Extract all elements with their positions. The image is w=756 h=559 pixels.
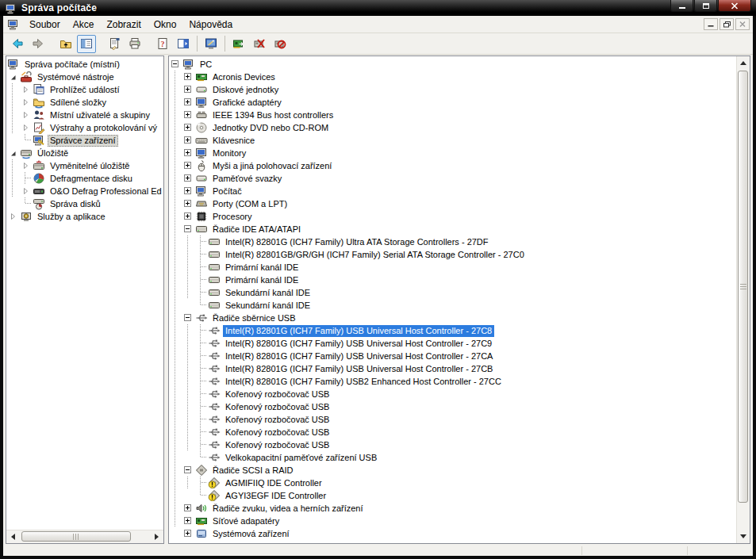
menu-item-okno[interactable]: Okno <box>148 17 183 33</box>
horizontal-scrollbar[interactable] <box>6 530 163 543</box>
console-tree-item[interactable]: Sdílené složky <box>6 96 163 109</box>
console-tree-item[interactable]: Defragmentace disku <box>6 172 163 185</box>
device-tree-item[interactable]: Myši a jiná polohovací zařízení <box>169 159 736 172</box>
device-tree-item[interactable]: Řadiče IDE ATA/ATAPI <box>169 223 736 235</box>
console-tree-item[interactable]: Správa disků <box>6 197 163 210</box>
device-tree-item[interactable]: Acronis Devices <box>169 71 736 83</box>
device-tree-item[interactable]: Primární kanál IDE <box>169 274 736 286</box>
expand-icon[interactable] <box>182 527 194 540</box>
device-tree-item[interactable]: Diskové jednotky <box>169 83 736 96</box>
scroll-down-button[interactable] <box>737 530 750 543</box>
device-tree-item[interactable]: Intel(R) 82801GB/GR/GH (ICH7 Family) Ser… <box>169 248 736 261</box>
console-tree-item[interactable]: Správa počítače (místní) <box>6 58 163 71</box>
expand-icon[interactable] <box>182 147 194 159</box>
device-tree-item[interactable]: Monitory <box>169 147 736 159</box>
device-tree-item[interactable]: IEEE 1394 Bus host controllers <box>169 109 736 121</box>
device-tree-item[interactable]: Intel(R) 82801G (ICH7 Family) USB Univer… <box>169 324 736 337</box>
collapse-icon[interactable] <box>182 312 194 324</box>
minimize-button[interactable] <box>670 0 693 12</box>
device-tree-item[interactable]: Intel(R) 82801G (ICH7 Family) USB Univer… <box>169 337 736 350</box>
console-tree-item[interactable]: Služby a aplikace <box>6 210 163 223</box>
scroll-right-button[interactable] <box>150 530 163 543</box>
device-tree-item[interactable]: Kořenový rozbočovač USB <box>169 400 736 413</box>
console-tree-item[interactable]: Systémové nástroje <box>6 71 163 83</box>
expand-icon[interactable] <box>182 197 194 210</box>
device-tree-item[interactable]: Kořenový rozbočovač USB <box>169 388 736 400</box>
expand-icon[interactable] <box>182 515 194 527</box>
expand-icon[interactable] <box>182 71 194 83</box>
expand-icon[interactable] <box>19 96 32 109</box>
device-tree-item[interactable]: Intel(R) 82801G (ICH7 Family) USB2 Enhan… <box>169 375 736 388</box>
update-driver-button[interactable] <box>229 35 248 53</box>
device-tree-item[interactable]: Síťové adapatéry <box>169 515 736 527</box>
device-tree-item[interactable]: Počítač <box>169 185 736 197</box>
device-tree-item[interactable]: Velkokapacitní paměťové zařízení USB <box>169 451 736 464</box>
console-tree-item[interactable]: Správce zařízení <box>6 134 163 147</box>
expand-icon[interactable] <box>19 83 32 96</box>
expand-icon[interactable] <box>182 502 194 515</box>
expand-icon[interactable] <box>182 172 194 185</box>
device-tree-item[interactable]: PC <box>169 58 736 71</box>
maximize-button[interactable] <box>694 0 717 12</box>
up-one-level-button[interactable] <box>56 35 75 53</box>
console-tree-item[interactable]: Vyměnitelné úložiště <box>6 159 163 172</box>
device-tree-item[interactable]: Sekundární kanál IDE <box>169 286 736 299</box>
menu-item-soubor[interactable]: Soubor <box>23 17 67 33</box>
titlebar[interactable]: Správa počítače <box>0 0 756 16</box>
expand-icon[interactable] <box>182 134 194 147</box>
scroll-left-button[interactable] <box>6 530 20 543</box>
device-tree-item[interactable]: Sekundární kanál IDE <box>169 299 736 312</box>
computer-management-button[interactable] <box>201 35 221 53</box>
device-tree-item[interactable]: Jednotky DVD nebo CD-ROM <box>169 121 736 134</box>
show-console-tree-button[interactable] <box>77 35 96 53</box>
collapse-icon[interactable] <box>6 147 19 159</box>
device-tree-item[interactable]: AGMIFIIQ IDE Controller <box>169 477 736 489</box>
vscroll-thumb[interactable] <box>738 71 748 503</box>
expand-icon[interactable] <box>19 185 32 197</box>
device-tree-item[interactable]: Klávesnice <box>169 134 736 147</box>
scroll-up-button[interactable] <box>737 56 750 70</box>
device-tree-item[interactable]: Řadiče zvuku, videa a herních zařízení <box>169 502 736 515</box>
vertical-scrollbar[interactable] <box>736 56 750 543</box>
properties-button[interactable] <box>105 35 124 53</box>
collapse-icon[interactable] <box>182 223 194 235</box>
forward-button[interactable] <box>29 35 48 53</box>
collapse-icon[interactable] <box>182 464 194 477</box>
device-tree-item[interactable]: Procesory <box>169 210 736 223</box>
hscroll-track[interactable] <box>20 530 150 543</box>
device-tree-item[interactable]: Kořenový rozbočovač USB <box>169 438 736 451</box>
child-close-button[interactable] <box>735 18 750 30</box>
menu-item-akce[interactable]: Akce <box>67 17 101 33</box>
expand-icon[interactable] <box>6 210 19 223</box>
back-button[interactable] <box>8 35 27 53</box>
device-tree-item[interactable]: AGYI3EGF IDE Controller <box>169 489 736 502</box>
device-tree-item[interactable]: Primární kanál IDE <box>169 261 736 274</box>
device-tree-item[interactable]: Porty (COM a LPT) <box>169 197 736 210</box>
device-tree-item[interactable]: Intel(R) 82801G (ICH7 Family) Ultra ATA … <box>169 235 736 248</box>
device-tree-item[interactable]: Systémová zařízení <box>169 527 736 540</box>
close-button[interactable] <box>718 0 751 12</box>
expand-icon[interactable] <box>182 210 194 223</box>
expand-icon[interactable] <box>182 185 194 197</box>
device-tree-item[interactable]: Kořenový rozbočovač USB <box>169 413 736 426</box>
expand-icon[interactable] <box>19 121 32 134</box>
console-tree-item[interactable]: Úložiště <box>6 147 163 159</box>
menu-item-zobrazit[interactable]: Zobrazit <box>100 17 147 33</box>
uninstall-device-button[interactable] <box>271 35 290 53</box>
device-tree-item[interactable]: Kořenový rozbočovač USB <box>169 426 736 438</box>
device-tree-item[interactable]: Paměťové svazky <box>169 172 736 185</box>
vscroll-track[interactable] <box>737 70 750 530</box>
expand-icon[interactable] <box>182 109 194 121</box>
hscroll-thumb[interactable] <box>21 531 131 542</box>
device-tree-item[interactable]: Intel(R) 82801G (ICH7 Family) USB Univer… <box>169 350 736 362</box>
expand-icon[interactable] <box>182 159 194 172</box>
console-tree-item[interactable]: Výstrahy a protokolování vý <box>6 121 163 134</box>
disable-device-button[interactable] <box>250 35 269 53</box>
expand-icon[interactable] <box>182 83 194 96</box>
child-restore-button[interactable] <box>720 18 734 30</box>
console-tree-item[interactable]: O&O Defrag Professional Ed <box>6 185 163 197</box>
menu-item-napoveda[interactable]: Nápověda <box>182 17 239 33</box>
expand-icon[interactable] <box>19 109 32 121</box>
collapse-icon[interactable] <box>169 58 182 71</box>
device-tree-item[interactable]: Řadiče sběrnice USB <box>169 312 736 324</box>
